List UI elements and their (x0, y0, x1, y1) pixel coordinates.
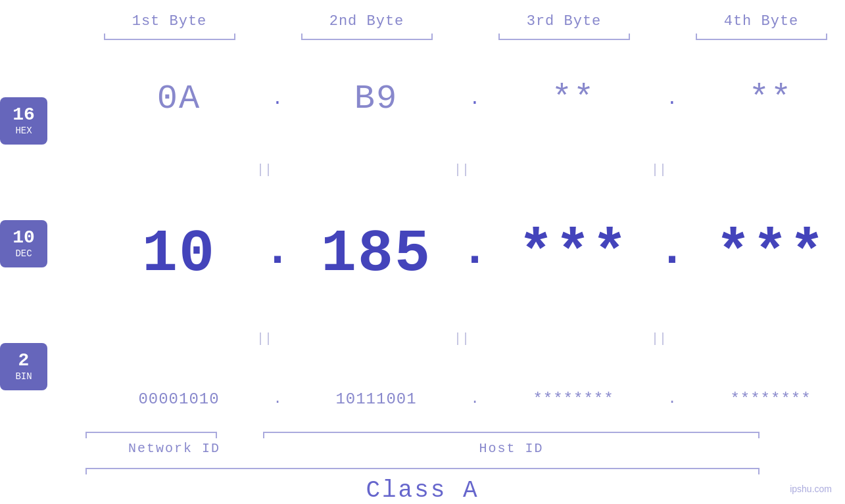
bin-byte2-cell: 10111001 (287, 390, 465, 408)
eq2-sign2: || (454, 331, 470, 346)
hex-row: 0A . B9 . ** . ** (47, 80, 845, 118)
equals-row-1: || || || || (133, 160, 845, 179)
bin-row: 00001010 . 10111001 . ******** . *******… (47, 390, 845, 408)
bin-byte4-value: ******** (730, 390, 811, 408)
hex-byte2-value: B9 (354, 80, 398, 118)
hex-dot1: . (268, 89, 287, 109)
hex-badge-number: 16 (12, 106, 35, 124)
bin-byte1-cell: 00001010 (90, 390, 268, 408)
bottom-section: Network ID Host ID Class A (0, 428, 845, 504)
bin-byte3-cell: ******** (485, 390, 662, 408)
eq2-cell1: || (176, 331, 353, 346)
equals-row-2: || || || || (133, 329, 845, 349)
dec-byte4-cell: *** (682, 221, 845, 288)
bin-byte3-value: ******** (533, 390, 614, 408)
id-labels-row: Network ID Host ID (85, 441, 760, 456)
eq1-cell2: || (373, 162, 550, 177)
eq1-sign1: || (256, 162, 272, 177)
dec-byte4-value: *** (715, 221, 826, 288)
hex-byte4-value: ** (749, 80, 792, 118)
bracket1-line (104, 39, 235, 40)
dec-badge-label: DEC (15, 248, 32, 259)
bracket3 (475, 33, 653, 46)
bin-badge: 2 BIN (0, 343, 47, 390)
eq2-cell4: || (767, 331, 845, 346)
hex-byte1-value: 0A (157, 80, 201, 118)
hex-badge: 16 HEX (0, 97, 47, 145)
network-id-label: Network ID (85, 441, 263, 456)
hex-badge-label: HEX (15, 126, 32, 136)
class-label-row: Class A (85, 477, 760, 504)
bin-byte4-cell: ******** (682, 390, 845, 408)
bin-byte1-value: 00001010 (138, 390, 219, 408)
bin-dot2: . (465, 391, 485, 407)
top-brackets (43, 33, 845, 46)
host-id-label: Host ID (263, 441, 760, 456)
byte2-header: 2nd Byte (278, 13, 456, 30)
hex-byte1-cell: 0A (90, 80, 268, 118)
eq2-sign1: || (256, 331, 272, 346)
eq1-cell4: || (767, 162, 845, 177)
bin-badge-label: BIN (15, 371, 32, 382)
bin-byte2-value: 10111001 (335, 390, 416, 408)
eq1-sign2: || (454, 162, 470, 177)
dec-dot3: . (662, 225, 682, 283)
class-bracket-line (85, 468, 760, 469)
bottom-bracket-container (85, 432, 760, 433)
hex-dot3: . (662, 89, 682, 109)
dec-byte2-value: 185 (321, 221, 431, 288)
badges-column: 16 HEX 10 DEC 2 BIN (0, 59, 47, 428)
eq1-cell1: || (176, 162, 353, 177)
eq2-sign3: || (651, 331, 667, 346)
bracket4 (673, 33, 846, 46)
byte1-header: 1st Byte (81, 13, 258, 30)
eq2-cell3: || (570, 331, 748, 346)
dec-badge: 10 DEC (0, 220, 47, 267)
eq1-cell3: || (570, 162, 748, 177)
dec-badge-number: 10 (12, 229, 35, 247)
main-container: 1st Byte 2nd Byte 3rd Byte 4th Byte 16 (0, 0, 845, 504)
class-label: Class A (366, 477, 479, 504)
bin-dot1: . (268, 391, 287, 407)
dec-byte1-value: 10 (142, 221, 216, 288)
rows-area: 0A . B9 . ** . ** || || (47, 59, 845, 428)
dec-byte2-cell: 185 (287, 221, 465, 288)
bracket4-line (696, 39, 827, 40)
dec-dot2: . (465, 225, 485, 283)
bracket2 (278, 33, 456, 46)
dec-byte3-value: *** (518, 221, 629, 288)
hex-byte2-cell: B9 (287, 80, 465, 118)
dec-byte1-cell: 10 (90, 221, 268, 288)
bracket1 (81, 33, 258, 46)
content-area: 16 HEX 10 DEC 2 BIN 0A . B9 (0, 59, 845, 428)
bracket3-line (498, 39, 630, 40)
bracket2-line (301, 39, 433, 40)
byte4-header: 4th Byte (673, 13, 846, 30)
hex-byte3-cell: ** (485, 80, 662, 118)
class-bracket-container (85, 468, 760, 469)
network-bracket (85, 432, 217, 433)
watermark: ipshu.com (790, 484, 832, 494)
dec-row: 10 . 185 . *** . *** (47, 221, 845, 288)
hex-byte3-value: ** (552, 80, 595, 118)
eq2-cell2: || (373, 331, 550, 346)
byte3-header: 3rd Byte (475, 13, 653, 30)
hex-byte4-cell: ** (682, 80, 845, 118)
eq1-sign3: || (651, 162, 667, 177)
bin-dot3: . (662, 391, 682, 407)
host-bracket-line (263, 432, 760, 433)
byte-headers: 1st Byte 2nd Byte 3rd Byte 4th Byte (43, 0, 845, 30)
host-bracket (263, 432, 760, 433)
hex-dot2: . (465, 89, 485, 109)
dec-byte3-cell: *** (485, 221, 662, 288)
network-bracket-line (85, 432, 217, 433)
bin-badge-number: 2 (18, 352, 30, 370)
dec-dot1: . (268, 225, 287, 283)
